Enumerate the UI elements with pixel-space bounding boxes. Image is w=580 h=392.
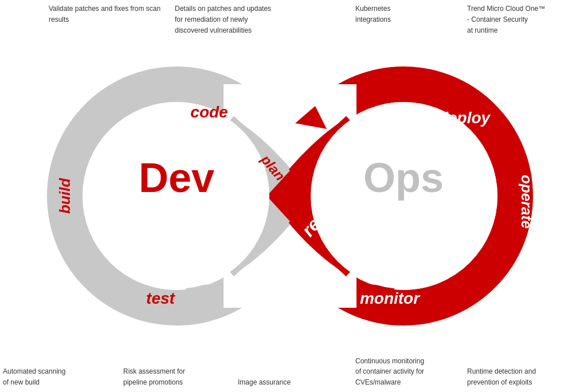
bottom-label-5: Runtime detection andprevention of explo…: [467, 366, 579, 387]
deploy-label: deploy: [438, 109, 491, 127]
bottom-label-4: Continuous monitoringof container activi…: [355, 355, 464, 387]
bottom-label-2: Risk assessment forpipeline promotions: [123, 366, 229, 387]
top-label-4: Trend Micro Cloud One™- Container Securi…: [467, 3, 576, 35]
diagram-container: Validate patches and fixes from scan res…: [0, 0, 580, 392]
ops-label: Ops: [363, 155, 444, 201]
monitor-label: monitor: [360, 289, 421, 307]
build-label: build: [56, 178, 73, 214]
top-label-2: Details on patches and updatesfor remedi…: [175, 3, 307, 35]
bottom-labels-container: Automated scanningof new build Risk asse…: [0, 383, 580, 392]
operate-label: operate: [518, 175, 535, 229]
dev-label: Dev: [139, 155, 214, 201]
test-label: test: [146, 289, 175, 307]
code-label: code: [190, 103, 228, 121]
top-label-1: Validate patches and fixes from scan res…: [49, 3, 163, 25]
devops-diagram: Dev Ops code build test plan release dep…: [0, 40, 580, 352]
bottom-label-1: Automated scanningof new build: [3, 366, 109, 387]
bottom-label-3: Image assurance: [238, 377, 330, 387]
top-label-3: Kubernetesintegrations: [355, 3, 453, 25]
top-labels-container: Validate patches and fixes from scan res…: [0, 0, 580, 9]
